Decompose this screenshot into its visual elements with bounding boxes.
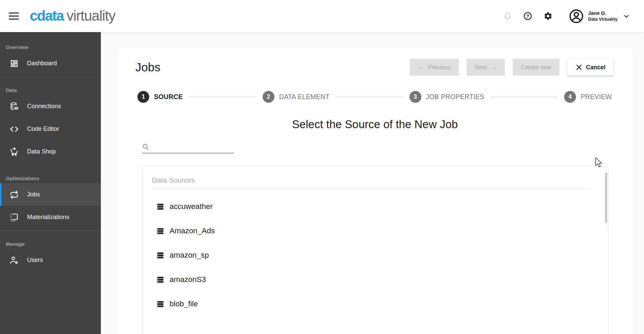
data-sources-group-label: Data Sources: [152, 176, 608, 184]
step-label: SOURCE: [154, 93, 183, 101]
scrollbar[interactable]: [605, 172, 607, 223]
app-logo: cdata virtuality: [30, 8, 115, 24]
data-sources-panel: Data Sources accuweatherAmazon_Adsamazon…: [142, 166, 608, 334]
sidebar-section: ManageUsers: [0, 231, 101, 271]
wizard-stepper: 1SOURCE2DATA ELEMENT3JOB PROPERTIES4PREV…: [137, 91, 612, 103]
stepper-step-preview[interactable]: 4PREVIEW: [564, 91, 612, 103]
sidebar-item-data-shop[interactable]: Data Shop: [0, 140, 101, 163]
create-now-button[interactable]: Create now: [513, 59, 559, 76]
stepper-step-job-properties[interactable]: 3JOB PROPERTIES: [409, 91, 485, 103]
data-source-item-amazon-ads[interactable]: Amazon_Ads: [142, 219, 608, 243]
user-gear-icon: [9, 256, 19, 265]
previous-button-label: Previous: [428, 64, 451, 71]
logo-brand: cdata: [30, 8, 64, 24]
previous-button[interactable]: ← Previous: [410, 59, 459, 76]
sidebar-item-label: Users: [27, 257, 43, 264]
page-title: Jobs: [135, 61, 160, 74]
top-bar-actions: ? Jane D. Data Virtuality: [503, 8, 631, 24]
user-name: Jane D.: [588, 10, 618, 17]
sidebar-section: OverviewDashboard: [0, 44, 101, 75]
menu-icon[interactable]: [9, 13, 19, 20]
sidebar-item-code-editor[interactable]: Code Editor: [0, 118, 101, 140]
sidebar-section: OptimizationsJobsMaterializations: [0, 165, 101, 229]
sidebar-item-label: Dashboard: [27, 60, 57, 67]
app-page: cdata virtuality ?: [0, 0, 644, 334]
sidebar-section-label: Optimizations: [6, 175, 95, 181]
step-label: JOB PROPERTIES: [426, 93, 485, 101]
sidebar-item-jobs[interactable]: Jobs: [0, 183, 101, 206]
sidebar: OverviewDashboardDataConnectionsCode Edi…: [0, 32, 101, 334]
sidebar-section: DataConnectionsCode EditorData Shop: [0, 77, 101, 163]
step-label: DATA ELEMENT: [279, 93, 330, 101]
wizard-toolbar: ← Previous Next → Create now: [410, 59, 614, 76]
sidebar-item-label: Connections: [27, 103, 61, 110]
step-number-badge: 3: [409, 91, 421, 103]
sidebar-section-label: Data: [6, 87, 95, 93]
step-label: PREVIEW: [581, 93, 612, 101]
data-source-icon: [156, 300, 164, 308]
data-source-item-amazon-sp[interactable]: amazon_sp: [142, 243, 608, 267]
step-number-badge: 2: [263, 91, 274, 103]
cancel-button[interactable]: Cancel: [567, 59, 614, 76]
search-input[interactable]: [152, 143, 234, 150]
account-circle-icon: [569, 8, 584, 24]
next-button[interactable]: Next →: [467, 59, 505, 76]
data-source-label: amazonS3: [170, 275, 206, 284]
sidebar-item-users[interactable]: Users: [0, 249, 101, 271]
repeat-icon: [9, 190, 19, 199]
data-source-icon: [156, 202, 164, 211]
sidebar-section-label: Manage: [6, 241, 95, 247]
sidebar-item-label: Code Editor: [27, 125, 59, 133]
step-number-badge: 1: [137, 91, 149, 103]
data-source-item-accuweather[interactable]: accuweather: [142, 194, 608, 219]
notifications-icon[interactable]: [503, 11, 512, 21]
user-menu[interactable]: Jane D. Data Virtuality: [569, 8, 631, 24]
divider: [152, 188, 591, 189]
search-icon: [142, 143, 149, 150]
settings-icon[interactable]: [543, 11, 553, 21]
arrow-left-icon: ←: [418, 64, 424, 71]
data-source-label: blob_file: [170, 300, 198, 308]
sidebar-item-materializations[interactable]: Materializations: [0, 206, 101, 229]
data-source-icon: [156, 276, 164, 284]
source-search: [142, 143, 234, 153]
data-source-item-amazons3[interactable]: amazonS3: [142, 267, 608, 292]
user-info: Jane D. Data Virtuality: [588, 10, 618, 22]
data-sources-list: accuweatherAmazon_Adsamazon_spamazonS3bl…: [142, 194, 608, 316]
next-button-label: Next: [475, 64, 487, 71]
stepper-connector: [490, 97, 558, 97]
data-source-label: amazon_sp: [170, 251, 209, 260]
sidebar-item-label: Jobs: [27, 191, 40, 198]
database-link-icon: [9, 102, 19, 111]
sidebar-item-dashboard[interactable]: Dashboard: [0, 52, 101, 75]
sidebar-item-label: Materializations: [27, 214, 69, 221]
sidebar-item-label: Data Shop: [27, 148, 56, 155]
main-content: Jobs ← Previous Next → Create now: [101, 32, 644, 334]
cart-icon: [9, 147, 19, 157]
help-icon[interactable]: ?: [523, 11, 533, 21]
stepper-step-data-element[interactable]: 2DATA ELEMENT: [263, 91, 330, 103]
jobs-wizard-card: Jobs ← Previous Next → Create now: [117, 47, 633, 334]
top-bar: cdata virtuality ?: [0, 0, 644, 32]
logo-suffix: virtuality: [67, 8, 115, 24]
data-source-icon: [156, 227, 164, 235]
create-now-button-label: Create now: [521, 64, 551, 71]
cancel-button-label: Cancel: [586, 64, 605, 71]
close-icon: [575, 64, 583, 71]
dashboard-icon: [9, 59, 19, 68]
user-org: Data Virtuality: [588, 17, 618, 22]
sidebar-item-connections[interactable]: Connections: [0, 95, 101, 118]
chevron-down-icon[interactable]: [622, 11, 631, 21]
stepper-step-source[interactable]: 1SOURCE: [137, 91, 183, 103]
code-icon: [9, 124, 19, 134]
svg-text:?: ?: [526, 14, 529, 19]
arrow-right-icon: →: [490, 64, 497, 71]
data-source-label: accuweather: [170, 202, 213, 211]
data-source-item-blob-file[interactable]: blob_file: [142, 292, 608, 316]
step-heading: Select the Source of the New Job: [117, 118, 633, 131]
sidebar-section-label: Overview: [6, 44, 95, 50]
stepper-connector: [335, 97, 404, 97]
data-source-label: Amazon_Ads: [170, 226, 215, 235]
step-number-badge: 4: [564, 91, 576, 103]
data-source-icon: [156, 251, 164, 260]
